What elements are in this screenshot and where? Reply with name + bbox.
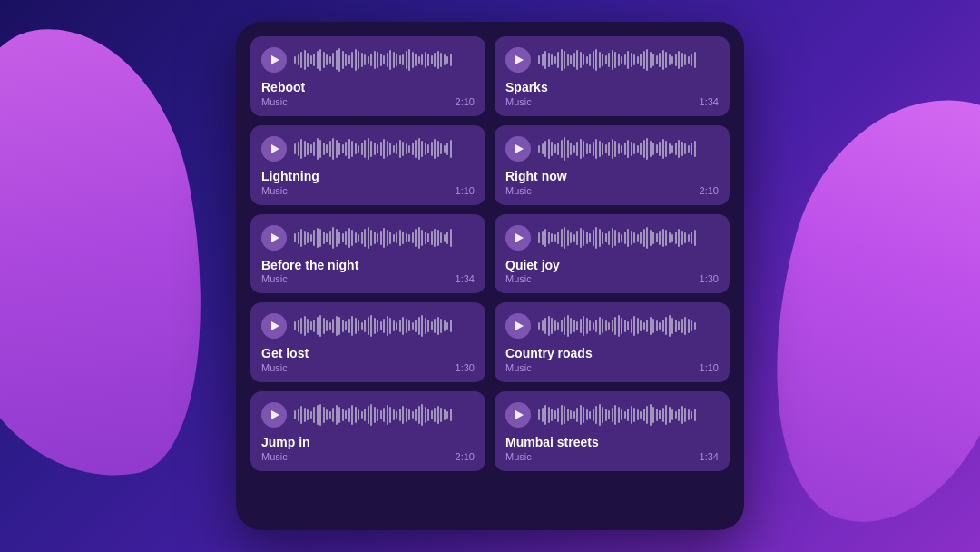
play-button[interactable] <box>261 402 287 428</box>
waveform-bar <box>383 228 385 248</box>
waveform-bar <box>671 409 673 420</box>
waveform-bar <box>319 315 321 337</box>
waveform-bar <box>665 141 667 157</box>
waveform-bar <box>437 51 439 69</box>
waveform-bar <box>652 143 654 155</box>
track-card[interactable]: Country roadsMusic1:10 <box>495 302 730 382</box>
play-button[interactable] <box>505 225 531 251</box>
waveform-bar <box>669 143 671 154</box>
waveform-bar <box>440 143 442 154</box>
waveform-bar <box>393 320 395 331</box>
waveform-bar <box>681 142 683 156</box>
waveform-bar <box>678 140 680 158</box>
waveform-bar <box>434 229 436 247</box>
waveform <box>294 47 475 73</box>
waveform-bar <box>425 143 426 155</box>
waveform-bar <box>338 48 340 72</box>
waveform-bar <box>681 319 683 333</box>
waveform-bar <box>345 231 347 245</box>
waveform-bar <box>665 230 667 246</box>
waveform-bar <box>561 320 563 332</box>
waveform-bar <box>650 141 652 157</box>
waveform-bar <box>637 56 639 64</box>
waveform-bar <box>425 52 426 68</box>
waveform-bar <box>656 409 658 421</box>
track-card[interactable]: RebootMusic2:10 <box>250 36 485 116</box>
play-button[interactable] <box>261 47 287 73</box>
waveform-bar <box>538 322 540 330</box>
play-button[interactable] <box>505 402 531 428</box>
play-button[interactable] <box>505 313 531 339</box>
waveform-bar <box>408 49 410 71</box>
waveform-bar <box>427 54 429 66</box>
waveform-bar <box>602 143 603 155</box>
waveform-bar <box>557 143 559 155</box>
track-title: Get lost <box>261 346 309 361</box>
waveform-bar <box>326 144 328 153</box>
waveform-bar <box>612 320 613 332</box>
waveform-bar <box>450 409 452 421</box>
waveform-bar <box>643 140 645 158</box>
play-button[interactable] <box>505 47 531 73</box>
waveform-bar <box>570 55 572 64</box>
track-card[interactable]: SparksMusic1:34 <box>495 36 730 116</box>
waveform-bar <box>377 320 378 332</box>
waveform-bar <box>544 229 546 247</box>
waveform-bar <box>408 320 410 331</box>
waveform-bar <box>548 232 550 244</box>
waveform-bar <box>425 318 426 334</box>
waveform-bar <box>671 318 673 334</box>
waveform-bar <box>583 141 584 157</box>
track-card[interactable]: Right nowMusic2:10 <box>495 125 730 205</box>
waveform-bar <box>313 320 315 332</box>
waveform-bar <box>637 145 639 153</box>
track-card[interactable]: LightningMusic1:10 <box>250 125 485 205</box>
track-card[interactable]: Jump inMusic2:10 <box>250 391 485 471</box>
waveform-bar <box>671 234 673 242</box>
waveform-bar <box>627 229 629 247</box>
waveform-bar <box>589 411 591 419</box>
waveform-bar <box>659 142 661 156</box>
play-button[interactable] <box>261 136 287 162</box>
waveform-bar <box>307 53 309 67</box>
waveform-bar <box>570 143 572 155</box>
waveform-bar <box>652 407 654 423</box>
track-card[interactable]: Get lostMusic1:30 <box>250 302 485 382</box>
waveform-bar <box>336 316 338 336</box>
waveform-bar <box>694 322 696 330</box>
waveform-bar <box>323 407 325 423</box>
waveform-bar <box>561 140 563 158</box>
waveform-bar <box>564 51 565 69</box>
waveform-bar <box>434 319 436 333</box>
play-button[interactable] <box>261 313 287 339</box>
waveform-bar <box>338 407 340 423</box>
waveform-bar <box>570 410 572 419</box>
waveform-bar <box>637 318 639 334</box>
waveform-bar <box>361 322 363 330</box>
waveform-bar <box>444 409 446 420</box>
waveform-bar <box>393 52 395 68</box>
play-button[interactable] <box>505 136 531 162</box>
waveform-bar <box>612 408 613 422</box>
waveform-bar <box>646 227 648 249</box>
waveform-bar <box>671 145 673 153</box>
track-duration: 1:10 <box>700 362 719 373</box>
waveform-bar <box>580 405 582 425</box>
waveform-bar <box>415 54 416 66</box>
track-card[interactable]: Quiet joyMusic1:30 <box>495 214 730 294</box>
track-card[interactable]: Before the nightMusic1:34 <box>250 214 485 294</box>
waveform-bar <box>605 55 607 64</box>
track-info: RebootMusic2:10 <box>261 80 475 107</box>
waveform-bar <box>605 320 607 331</box>
waveform-bar <box>361 53 363 67</box>
waveform-bar <box>402 317 404 335</box>
waveform-bar <box>444 320 446 331</box>
track-card[interactable]: Mumbai streetsMusic1:34 <box>495 391 730 471</box>
waveform-bar <box>444 145 446 153</box>
waveform-bar <box>298 232 299 244</box>
waveform-bar <box>294 410 296 419</box>
track-info: Right nowMusic2:10 <box>505 169 719 196</box>
blob-left-decoration <box>0 8 237 499</box>
waveform-bar <box>656 320 658 331</box>
play-button[interactable] <box>261 225 287 251</box>
